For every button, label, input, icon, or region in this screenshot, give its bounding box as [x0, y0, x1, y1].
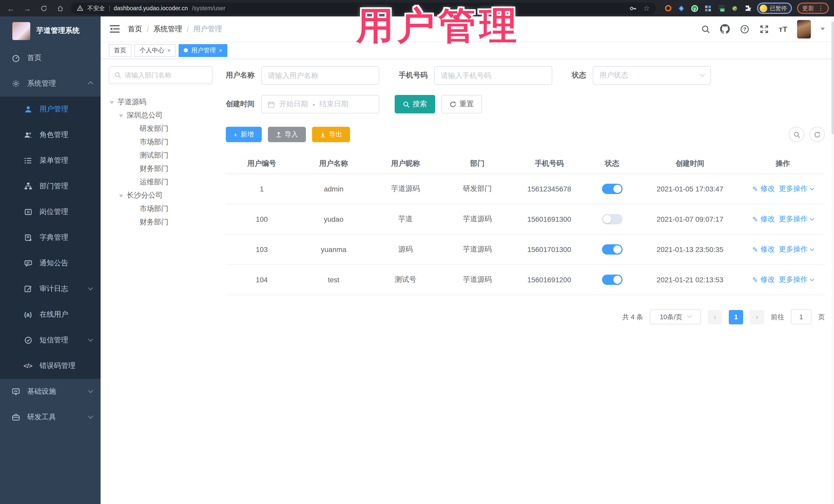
table-search-button[interactable] — [789, 127, 804, 142]
page-1-button[interactable]: 1 — [729, 310, 743, 324]
tab-user-mgmt[interactable]: 用户管理 × — [179, 44, 227, 57]
sidebar-item-audit-log[interactable]: 审计日志 — [0, 276, 101, 302]
extension-orange-icon[interactable] — [664, 4, 672, 12]
breadcrumb-home[interactable]: 首页 — [128, 24, 142, 34]
date-range-picker[interactable]: 开始日期 - 结束日期 — [261, 95, 379, 113]
security-label[interactable]: 不安全 — [87, 4, 105, 12]
browser-update-button[interactable]: 更新 ⋮ — [797, 3, 829, 14]
status-select[interactable]: 用户状态 — [593, 66, 711, 85]
book-icon — [24, 233, 32, 242]
status-toggle[interactable] — [602, 184, 622, 194]
extension-leaf-icon[interactable] — [731, 4, 739, 12]
import-button[interactable]: 导入 — [268, 127, 306, 142]
mobile-input-field[interactable] — [441, 71, 546, 80]
browser-forward-icon[interactable]: → — [22, 3, 33, 14]
sidebar-item-post-mgmt[interactable]: 岗位管理 — [0, 199, 101, 225]
url-host[interactable]: dashboard.yudao.iocoder.cn — [114, 5, 188, 11]
sidebar-item-error-code[interactable]: </> 错误码管理 — [0, 353, 101, 379]
prev-page-button[interactable]: ‹ — [708, 310, 722, 324]
tree-node[interactable]: 市场部门 — [109, 135, 213, 149]
edit-link[interactable]: ✎修改 — [752, 184, 775, 194]
page-scrollbar[interactable] — [831, 17, 834, 504]
fullscreen-icon[interactable] — [759, 24, 769, 34]
username-input[interactable] — [261, 66, 379, 85]
help-icon[interactable]: ? — [740, 24, 750, 34]
add-button[interactable]: + 新增 — [226, 127, 262, 142]
url-path[interactable]: /system/user — [192, 5, 225, 11]
edit-link[interactable]: ✎修改 — [752, 215, 775, 224]
sidebar-item-notice[interactable]: 通知公告 — [0, 250, 101, 276]
sidebar-collapse-icon[interactable] — [110, 25, 119, 34]
sidebar-item-infra[interactable]: 基础设施 — [0, 379, 101, 404]
status-toggle[interactable] — [602, 244, 622, 255]
tree-node[interactable]: 财务部门 — [109, 162, 213, 176]
scrollbar-thumb[interactable] — [831, 22, 834, 134]
online-icon: (a) — [24, 310, 32, 319]
sidebar-item-role-mgmt[interactable]: 角色管理 — [0, 122, 101, 148]
more-actions-link[interactable]: 更多操作 — [779, 215, 813, 224]
sidebar-item-home[interactable]: 首页 — [0, 45, 101, 71]
username-input-field[interactable] — [268, 71, 373, 80]
avatar-caret-down-icon[interactable] — [821, 28, 825, 32]
tree-node[interactable]: 运维部门 — [109, 176, 213, 189]
more-actions-link[interactable]: 更多操作 — [779, 275, 813, 284]
mobile-input[interactable] — [434, 66, 552, 85]
sidebar-item-sms-mgmt[interactable]: 短信管理 — [0, 327, 101, 353]
expand-arrow-icon[interactable] — [119, 194, 123, 199]
table-refresh-button[interactable] — [809, 127, 825, 142]
status-toggle[interactable] — [602, 214, 622, 224]
end-date-placeholder: 结束日期 — [320, 100, 348, 109]
close-icon[interactable]: × — [167, 47, 171, 53]
sidebar-item-dict-mgmt[interactable]: 字典管理 — [0, 225, 101, 250]
expand-arrow-icon[interactable] — [119, 114, 123, 119]
more-actions-link[interactable]: 更多操作 — [779, 184, 813, 194]
browser-menu-kebab-icon[interactable]: ⋮ — [817, 5, 824, 12]
sidebar-item-dept-mgmt[interactable]: 部门管理 — [0, 174, 101, 199]
divider — [109, 5, 110, 11]
next-page-button[interactable]: › — [750, 310, 764, 324]
tree-node[interactable]: 长沙分公司 — [109, 189, 213, 202]
browser-home-icon[interactable] — [54, 3, 66, 14]
search-button[interactable]: 搜索 — [395, 95, 435, 113]
github-icon[interactable] — [720, 24, 730, 34]
extension-gem-icon[interactable] — [678, 4, 685, 12]
tab-home[interactable]: 首页 — [109, 44, 131, 57]
tree-node[interactable]: 芋道源码 — [109, 95, 213, 109]
font-size-icon[interactable]: ᴛT — [779, 25, 787, 34]
bookmark-star-icon[interactable]: ☆ — [643, 4, 650, 12]
extension-grid-icon[interactable] — [704, 4, 712, 12]
header-search-icon[interactable] — [701, 24, 710, 34]
browser-reload-icon[interactable] — [38, 3, 49, 14]
close-icon[interactable]: × — [219, 47, 222, 53]
tree-node[interactable]: 深圳总公司 — [109, 109, 213, 122]
breadcrumb-system[interactable]: 系统管理 — [153, 24, 182, 34]
user-avatar[interactable] — [797, 20, 811, 38]
sidebar-logo[interactable]: 芋道管理系统 — [0, 17, 101, 45]
status-toggle[interactable] — [602, 275, 622, 285]
sidebar-item-dev-tools[interactable]: 研发工具 — [0, 404, 101, 430]
sidebar-item-user-mgmt[interactable]: 用户管理 — [0, 96, 101, 122]
reset-button[interactable]: 重置 — [441, 95, 482, 113]
extension-switch-on-icon[interactable]: on — [718, 4, 725, 12]
goto-page-input[interactable] — [791, 309, 811, 324]
tree-node[interactable]: 财务部门 — [109, 216, 213, 229]
extension-green-circle-icon[interactable]: y — [691, 4, 699, 12]
browser-back-icon[interactable]: ← — [5, 3, 17, 14]
key-icon[interactable] — [630, 4, 637, 12]
tree-node[interactable]: 测试部门 — [109, 149, 213, 162]
tree-node[interactable]: 市场部门 — [109, 202, 213, 216]
export-button[interactable]: 导出 — [312, 127, 350, 142]
tree-node[interactable]: 研发部门 — [109, 122, 213, 135]
edit-link[interactable]: ✎修改 — [752, 275, 775, 284]
browser-profile-chip[interactable]: 已暂停 — [757, 3, 792, 14]
more-actions-link[interactable]: 更多操作 — [779, 245, 813, 254]
edit-link[interactable]: ✎修改 — [752, 245, 775, 254]
page-size-select[interactable]: 10条/页 — [650, 309, 701, 324]
sidebar-item-menu-mgmt[interactable]: 菜单管理 — [0, 148, 101, 174]
sidebar-item-online-users[interactable]: (a) 在线用户 — [0, 302, 101, 327]
extensions-puzzle-icon[interactable] — [744, 4, 752, 12]
expand-arrow-icon[interactable] — [110, 101, 114, 106]
sidebar-item-system[interactable]: 系统管理 — [0, 71, 101, 96]
dept-search-input[interactable]: 请输入部门名称 — [109, 66, 213, 84]
tab-profile[interactable]: 个人中心 × — [134, 44, 176, 57]
